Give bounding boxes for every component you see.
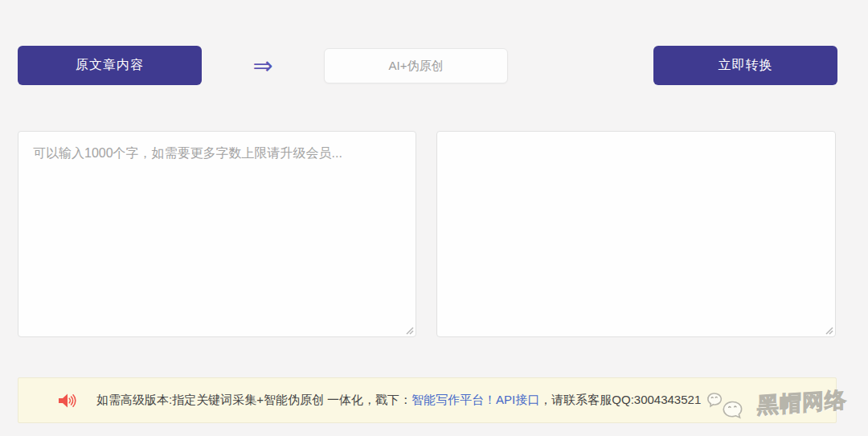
double-arrow-icon: ⇒: [241, 46, 285, 85]
source-content-button[interactable]: 原文章内容: [18, 46, 202, 85]
notice-prefix-text: 如需高级版本:指定关键词采集+智能伪原创 一体化，戳下：: [96, 393, 411, 406]
convert-now-button[interactable]: 立即转换: [653, 46, 837, 85]
converter-page: 原文章内容 ⇒ AI+伪原创 立即转换 如需高级版本:指定关键词采集+智能伪原创…: [0, 0, 868, 436]
notice-bar: 如需高级版本:指定关键词采集+智能伪原创 一体化，戳下：智能写作平台！API接口…: [18, 377, 837, 423]
api-interface-link[interactable]: API接口: [496, 393, 539, 406]
result-textarea[interactable]: [436, 131, 836, 337]
result-textarea-wrap: [436, 131, 836, 337]
speaker-icon: [56, 390, 77, 411]
mode-label-box: AI+伪原创: [324, 48, 508, 84]
notice-exclamation-text: ！: [484, 393, 496, 406]
notice-text: 如需高级版本:指定关键词采集+智能伪原创 一体化，戳下：智能写作平台！API接口…: [96, 393, 701, 408]
notice-qq-text: ，请联系客服QQ:3004343521: [539, 393, 701, 406]
source-textarea-wrap: [18, 131, 416, 337]
smart-writing-platform-link[interactable]: 智能写作平台: [411, 393, 484, 406]
source-textarea[interactable]: [18, 131, 416, 337]
